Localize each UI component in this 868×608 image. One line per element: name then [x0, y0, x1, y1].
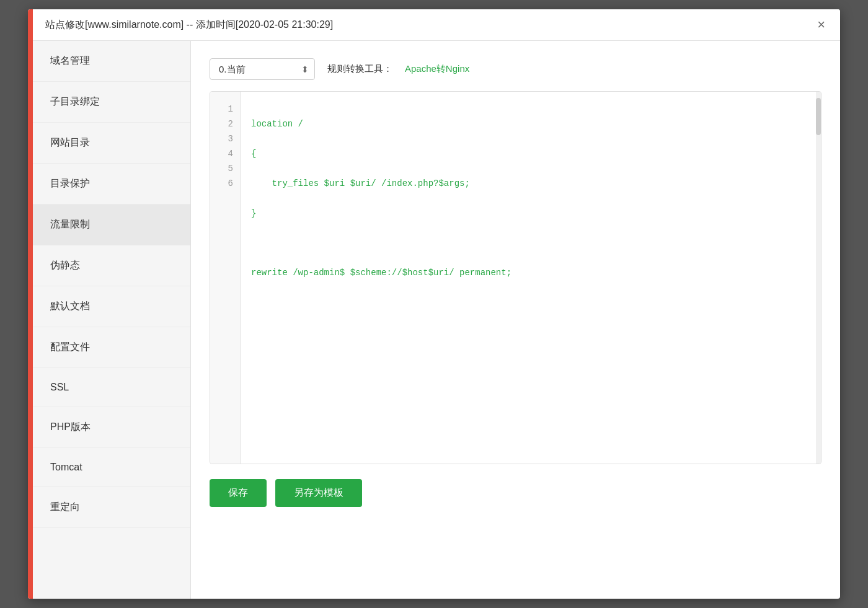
left-accent	[28, 9, 33, 599]
close-button[interactable]: ×	[815, 18, 828, 32]
code-editor: 1 2 3 4 5 6 location / { try_files $uri …	[210, 91, 822, 464]
scrollbar-track[interactable]	[816, 92, 821, 464]
code-line-1: location /	[251, 117, 806, 131]
convert-link[interactable]: Apache转Nginx	[405, 63, 469, 75]
version-select-wrap: 0.当前 ⬍	[210, 58, 315, 80]
dialog-header: 站点修改[www.similarnote.com] -- 添加时间[2020-0…	[33, 9, 840, 41]
sidebar-item-tomcat[interactable]: Tomcat	[33, 448, 190, 487]
action-buttons: 保存 另存为模板	[210, 479, 822, 507]
sidebar-item-pseudo-static[interactable]: 伪静态	[33, 245, 190, 286]
code-area: 1 2 3 4 5 6 location / { try_files $uri …	[210, 92, 821, 464]
code-line-6: rewrite /wp-admin$ $scheme://$host$uri/ …	[251, 265, 806, 280]
line-number-1: 1	[218, 102, 233, 117]
sidebar-item-config-file[interactable]: 配置文件	[33, 327, 190, 368]
rule-label: 规则转换工具：	[327, 63, 392, 75]
sidebar: 域名管理 子目录绑定 网站目录 目录保护 流量限制 伪静态 默认	[33, 41, 191, 599]
line-number-5: 5	[218, 161, 233, 176]
sidebar-item-website-dir[interactable]: 网站目录	[33, 123, 190, 164]
code-line-5	[251, 236, 806, 250]
scrollbar-thumb[interactable]	[816, 98, 821, 135]
main-content: 0.当前 ⬍ 规则转换工具： Apache转Nginx 1 2 3 4	[191, 41, 840, 599]
dialog-title: 站点修改[www.similarnote.com] -- 添加时间[2020-0…	[45, 19, 333, 32]
sidebar-item-default-doc[interactable]: 默认文档	[33, 286, 190, 327]
sidebar-item-domain[interactable]: 域名管理	[33, 41, 190, 82]
code-line-4: }	[251, 206, 806, 221]
toolbar: 0.当前 ⬍ 规则转换工具： Apache转Nginx	[210, 58, 822, 80]
sidebar-item-dir-protection[interactable]: 目录保护	[33, 164, 190, 205]
sidebar-item-subdirectory[interactable]: 子目录绑定	[33, 82, 190, 123]
code-content[interactable]: location / { try_files $uri $uri/ /index…	[241, 92, 816, 464]
version-select[interactable]: 0.当前	[210, 58, 315, 80]
sidebar-item-ssl[interactable]: SSL	[33, 368, 190, 407]
dialog: 站点修改[www.similarnote.com] -- 添加时间[2020-0…	[28, 9, 840, 599]
line-numbers: 1 2 3 4 5 6	[210, 92, 241, 464]
save-template-button[interactable]: 另存为模板	[275, 479, 362, 507]
sidebar-item-redirect[interactable]: 重定向	[33, 487, 190, 528]
line-number-2: 2	[218, 117, 233, 131]
line-number-3: 3	[218, 131, 233, 146]
dialog-body: 域名管理 子目录绑定 网站目录 目录保护 流量限制 伪静态 默认	[33, 41, 840, 599]
code-line-2: {	[251, 146, 806, 161]
line-number-6: 6	[218, 176, 233, 191]
sidebar-item-traffic-limit[interactable]: 流量限制	[33, 205, 190, 245]
sidebar-item-php-version[interactable]: PHP版本	[33, 407, 190, 448]
save-button[interactable]: 保存	[210, 479, 267, 507]
line-number-4: 4	[218, 146, 233, 161]
code-line-3: try_files $uri $uri/ /index.php?$args;	[251, 176, 806, 191]
